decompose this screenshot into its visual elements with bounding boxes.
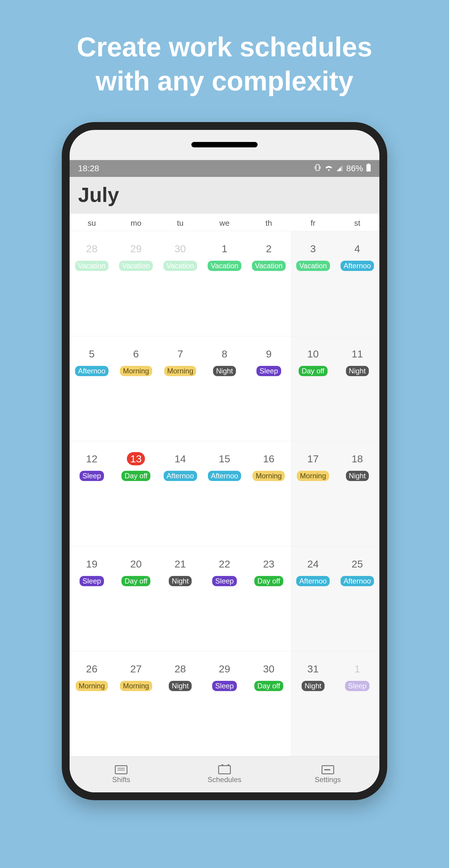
svg-rect-0 [316, 164, 319, 170]
nav-schedules[interactable]: Schedules [173, 756, 276, 792]
day-cell[interactable]: 30Day off [247, 651, 291, 756]
day-cell[interactable]: 28Vacation [70, 231, 114, 336]
day-cell[interactable]: 29Vacation [114, 231, 158, 336]
day-cell[interactable]: 5Afternoo [70, 336, 114, 441]
day-cell[interactable]: 17Morning [291, 441, 335, 546]
day-cell[interactable]: 12Sleep [70, 441, 114, 546]
day-number: 30 [260, 662, 278, 675]
shift-badge: Afternoo [341, 576, 374, 586]
day-cell[interactable]: 20Day off [114, 547, 158, 651]
day-cell[interactable]: 1Sleep [335, 651, 379, 756]
phone-frame: 18:28 86% July sumotuwethfrst [62, 122, 387, 800]
day-cell[interactable]: 9Sleep [247, 336, 291, 441]
dow-header: sumotuwethfrst [70, 214, 379, 231]
shift-badge: Morning [297, 471, 329, 481]
shift-badge: Night [346, 471, 369, 481]
day-cell[interactable]: 25Afternoo [335, 547, 379, 651]
day-number: 28 [171, 662, 189, 675]
dow-we: we [202, 218, 247, 228]
shift-badge: Vacation [119, 261, 153, 271]
shift-badge: Morning [120, 366, 152, 376]
day-number: 11 [348, 347, 366, 361]
day-number: 17 [304, 452, 322, 465]
day-number: 22 [216, 557, 233, 570]
day-cell[interactable]: 15Afternoo [202, 441, 247, 546]
day-cell[interactable]: 11Night [335, 336, 379, 441]
nav-settings[interactable]: Settings [276, 756, 379, 792]
schedules-icon [218, 765, 231, 774]
svg-rect-1 [366, 164, 371, 172]
day-number: 1 [216, 242, 233, 255]
day-cell[interactable]: 7Morning [158, 336, 202, 441]
dow-fr: fr [291, 218, 335, 228]
week-row: 28Vacation29Vacation30Vacation1Vacation2… [70, 231, 379, 336]
day-cell[interactable]: 1Vacation [202, 231, 247, 336]
day-number: 15 [216, 452, 233, 465]
day-cell[interactable]: 22Sleep [202, 547, 247, 651]
shift-badge: Day off [122, 471, 150, 481]
dow-st: st [335, 218, 379, 228]
day-cell[interactable]: 3Vacation [291, 231, 335, 336]
dow-mo: mo [114, 218, 158, 228]
shift-badge: Morning [253, 471, 285, 481]
day-cell[interactable]: 4Afternoo [335, 231, 379, 336]
day-cell[interactable]: 18Night [335, 441, 379, 546]
day-number: 16 [260, 452, 278, 465]
day-number: 9 [260, 347, 278, 361]
day-cell[interactable]: 30Vacation [158, 231, 202, 336]
status-icons: 86% [314, 164, 371, 174]
shift-badge: Night [302, 681, 325, 691]
day-number: 30 [171, 242, 189, 255]
day-cell[interactable]: 31Night [291, 651, 335, 756]
day-cell[interactable]: 8Night [202, 336, 247, 441]
week-row: 26Morning27Morning28Night29Sleep30Day of… [70, 651, 379, 756]
shift-badge: Night [346, 366, 369, 376]
day-number: 23 [260, 557, 278, 570]
battery-text: 86% [346, 164, 363, 173]
shift-badge: Vacation [163, 261, 197, 271]
day-cell[interactable]: 27Morning [114, 651, 158, 756]
phone-screen: 18:28 86% July sumotuwethfrst [70, 130, 379, 792]
shift-badge: Afternoo [75, 366, 108, 376]
day-number: 21 [171, 557, 189, 570]
day-number: 29 [127, 242, 145, 255]
day-number: 10 [304, 347, 322, 361]
day-cell[interactable]: 16Morning [247, 441, 291, 546]
week-row: 19Sleep20Day off21Night22Sleep23Day off2… [70, 546, 379, 651]
day-cell[interactable]: 24Afternoo [291, 547, 335, 651]
week-row: 12Sleep13Day off14Afternoo15Afternoo16Mo… [70, 441, 379, 546]
day-cell[interactable]: 28Night [158, 651, 202, 756]
day-cell[interactable]: 2Vacation [247, 231, 291, 336]
dow-tu: tu [158, 218, 202, 228]
shift-badge: Sleep [212, 576, 236, 586]
day-cell[interactable]: 13Day off [114, 441, 158, 546]
shifts-icon [115, 765, 127, 774]
day-cell[interactable]: 10Day off [291, 336, 335, 441]
shift-badge: Night [169, 681, 192, 691]
day-cell[interactable]: 6Morning [114, 336, 158, 441]
vibrate-icon [314, 164, 322, 174]
day-cell[interactable]: 26Morning [70, 651, 114, 756]
day-number: 6 [127, 347, 145, 361]
nav-shifts[interactable]: Shifts [70, 756, 173, 792]
week-row: 5Afternoo6Morning7Morning8Night9Sleep10D… [70, 336, 379, 441]
day-number: 25 [348, 557, 366, 570]
shift-badge: Vacation [296, 261, 330, 271]
day-cell[interactable]: 29Sleep [202, 651, 247, 756]
shift-badge: Vacation [207, 261, 242, 271]
shift-badge: Night [169, 576, 192, 586]
settings-icon [322, 765, 334, 774]
day-number: 29 [216, 662, 233, 675]
shift-badge: Morning [164, 366, 196, 376]
day-number: 1 [348, 662, 366, 675]
shift-badge: Sleep [79, 576, 104, 586]
day-cell[interactable]: 21Night [158, 547, 202, 651]
day-cell[interactable]: 23Day off [247, 547, 291, 651]
day-number: 5 [83, 347, 101, 361]
day-cell[interactable]: 19Sleep [70, 547, 114, 651]
day-cell[interactable]: 14Afternoo [158, 441, 202, 546]
day-number: 20 [127, 557, 145, 570]
day-number: 12 [83, 452, 101, 465]
shift-badge: Night [213, 366, 236, 376]
shift-badge: Day off [122, 576, 150, 586]
